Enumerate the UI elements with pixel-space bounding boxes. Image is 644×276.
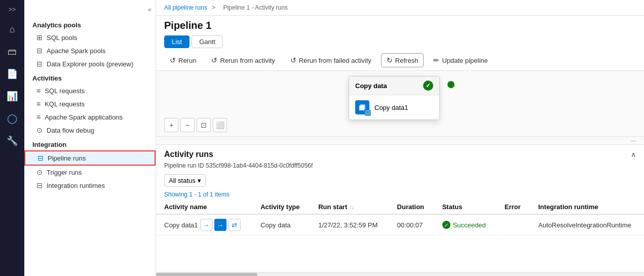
cell-duration: 00:00:07: [389, 214, 434, 235]
status-dropdown[interactable]: All status ▾: [164, 174, 206, 187]
pipeline-title: Pipeline 1: [156, 16, 644, 33]
nav-item-data-explorer-pools[interactable]: ⊟ Data Explorer pools (preview): [24, 57, 156, 70]
table-row[interactable]: Copy data1 → → ⇄ Copy data 1/27/22, 3:52…: [156, 214, 644, 235]
cell-run-start: 1/27/22, 3:52:59 PM: [310, 214, 389, 235]
tab-list[interactable]: List: [164, 35, 190, 48]
activities-section-title: Activities: [24, 70, 156, 84]
copy-data-icon: [355, 100, 369, 114]
svg-rect-1: [360, 104, 365, 109]
scrollbar-thumb[interactable]: [156, 273, 257, 276]
pipeline-run-id-row: Pipeline run ID 535cf998-1ab4-4404-815d-…: [156, 161, 644, 172]
sql-pools-label: SQL pools: [47, 34, 77, 42]
monitor-icon[interactable]: ◯: [2, 108, 22, 129]
divider-handle[interactable]: —: [156, 137, 644, 145]
update-pipeline-icon: ✏: [433, 56, 439, 64]
col-activity-type: Activity type: [252, 200, 310, 214]
tools-icon[interactable]: 🔧: [2, 131, 22, 151]
horizontal-scrollbar[interactable]: [156, 272, 644, 276]
row-action-link-btn[interactable]: ⇄: [229, 219, 241, 231]
collapse-nav-btn[interactable]: «: [148, 6, 151, 13]
popup-header-label: Copy data: [355, 82, 387, 90]
table-header-row: Activity name Activity type Run start ↑↓…: [156, 200, 644, 214]
cell-integration-runtime: AutoResolveIntegrationRuntime: [530, 214, 644, 235]
collapse-activity-runs-btn[interactable]: ∧: [631, 150, 636, 159]
document-icon[interactable]: 📄: [2, 64, 22, 84]
apache-spark-pools-label: Apache Spark pools: [47, 47, 105, 55]
canvas-add-btn[interactable]: +: [164, 118, 178, 132]
sql-requests-label: SQL requests: [45, 87, 85, 95]
pipeline-runs-label: Pipeline runs: [48, 154, 86, 162]
database-icon[interactable]: 🗃: [2, 42, 22, 62]
canvas-remove-btn[interactable]: −: [180, 118, 195, 132]
expand-strip-btn[interactable]: >>: [7, 4, 18, 15]
col-error: Error: [497, 200, 531, 214]
activity-runs-title: Activity runs: [164, 150, 213, 159]
rerun-from-activity-label: Rerun from activity: [220, 57, 275, 64]
canvas-toolbar: + − ⊡ ⬜: [164, 118, 227, 132]
activity-popup: Copy data ✓ Copy data1: [349, 76, 440, 120]
status-dropdown-label: All status: [169, 177, 196, 184]
toolbar: ↺ Rerun ↺ Rerun from activity ↺ Rerun fr…: [156, 50, 644, 71]
data-explorer-pools-icon: ⊟: [36, 60, 43, 68]
nav-item-pipeline-runs[interactable]: ⊟ Pipeline runs: [24, 150, 156, 166]
activity-name-value: Copy data1: [164, 221, 198, 229]
popup-item-copy-data1[interactable]: Copy data1: [349, 95, 439, 120]
cell-activity-type: Copy data: [252, 214, 310, 235]
rerun-from-failed-button[interactable]: ↺ Rerun from failed activity: [285, 53, 377, 67]
main-content: All pipeline runs > Pipeline 1 - Activit…: [156, 0, 644, 276]
nav-item-sql-requests[interactable]: ≡ SQL requests: [24, 84, 156, 97]
col-status: Status: [434, 200, 497, 214]
rerun-button[interactable]: ↺ Rerun: [164, 53, 202, 67]
integration-runtimes-label: Integration runtimes: [47, 182, 105, 189]
nav-item-apache-spark-applications[interactable]: ≡ Apache Spark applications: [24, 110, 156, 124]
update-pipeline-button[interactable]: ✏ Update pipeline: [428, 53, 493, 67]
breadcrumb-current: Pipeline 1 - Activity runs: [223, 4, 287, 11]
pipeline-canvas[interactable]: Copy data ✓ Copy data1 + − ⊡ ⬜: [156, 71, 644, 137]
nav-item-integration-runtimes[interactable]: ⊟ Integration runtimes: [24, 179, 156, 192]
rerun-icon: ↺: [170, 56, 176, 64]
activity-runs-table: Activity name Activity type Run start ↑↓…: [156, 200, 644, 235]
integration-runtimes-icon: ⊟: [36, 181, 43, 189]
sort-icon: ↑↓: [349, 205, 354, 210]
data-explorer-pools-label: Data Explorer pools (preview): [47, 60, 133, 68]
success-dot-icon: ✓: [442, 221, 450, 229]
col-run-start[interactable]: Run start ↑↓: [310, 200, 389, 214]
canvas-fullscreen-btn[interactable]: ⬜: [213, 118, 227, 132]
row-action-output-btn[interactable]: →: [214, 219, 226, 231]
cell-status: ✓ Succeeded: [434, 214, 497, 235]
col-integration-runtime: Integration runtime: [530, 200, 644, 214]
breadcrumb-all-pipeline-runs[interactable]: All pipeline runs: [164, 4, 207, 11]
cell-activity-name: Copy data1 → → ⇄: [156, 214, 252, 235]
refresh-button[interactable]: ↻ Refresh: [381, 53, 424, 67]
canvas-fit-view-btn[interactable]: ⊡: [197, 118, 211, 132]
nav-item-kql-requests[interactable]: ≡ KQL requests: [24, 97, 156, 110]
kql-requests-label: KQL requests: [45, 100, 85, 108]
nav-item-sql-pools[interactable]: ⊞ SQL pools: [24, 31, 156, 44]
nav-item-data-flow-debug[interactable]: ⊙ Data flow debug: [24, 124, 156, 137]
popup-header: Copy data ✓: [349, 76, 439, 95]
cell-error: [497, 214, 531, 235]
pipeline-runs-icon: ⊟: [37, 154, 44, 162]
success-check-icon: ✓: [423, 81, 433, 91]
nav-item-apache-spark-pools[interactable]: ⊟ Apache Spark pools: [24, 44, 156, 57]
chart-icon[interactable]: 📊: [2, 86, 22, 106]
row-action-input-btn[interactable]: →: [200, 219, 212, 231]
icon-strip: >> ⌂ 🗃 📄 📊 ◯ 🔧: [0, 0, 24, 276]
breadcrumb-separator: >: [212, 4, 215, 11]
rerun-from-activity-button[interactable]: ↺ Rerun from activity: [206, 53, 280, 67]
apache-spark-applications-label: Apache Spark applications: [45, 113, 123, 121]
tab-bar: List Gantt: [156, 33, 644, 50]
update-pipeline-label: Update pipeline: [442, 57, 487, 64]
trigger-runs-label: Trigger runs: [47, 169, 82, 176]
tab-gantt[interactable]: Gantt: [192, 35, 223, 48]
pipeline-run-id-value: 535cf998-1ab4-4404-815d-0c0fdff5056f: [206, 162, 313, 169]
showing-label: Showing 1 - 1 of 1 items: [156, 189, 644, 200]
home-icon[interactable]: ⌂: [2, 19, 22, 40]
col-duration: Duration: [389, 200, 434, 214]
refresh-icon: ↻: [387, 56, 393, 64]
nav-item-trigger-runs[interactable]: ⊙ Trigger runs: [24, 166, 156, 179]
apache-spark-pools-icon: ⊟: [36, 47, 43, 55]
data-flow-debug-label: Data flow debug: [47, 127, 94, 134]
row-actions: Copy data1 → → ⇄: [164, 219, 244, 231]
kql-requests-icon: ≡: [36, 100, 41, 108]
